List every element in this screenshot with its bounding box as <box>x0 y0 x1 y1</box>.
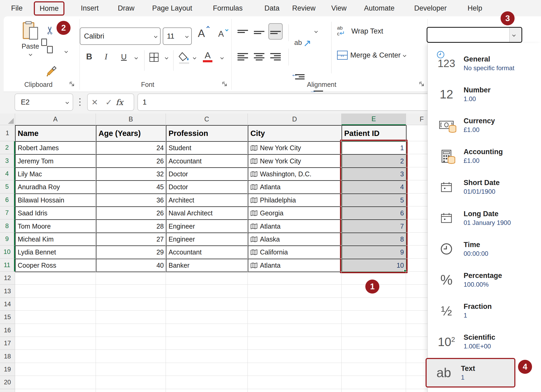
row-header-3[interactable]: 3 <box>0 154 15 167</box>
insert-function-button[interactable]: fx <box>116 98 123 107</box>
tab-help[interactable]: Help <box>466 0 484 16</box>
cell-age[interactable]: 24 <box>96 142 166 155</box>
format-option-long-date[interactable]: Long Date01 January 1900 <box>429 203 538 233</box>
align-bottom-button-selected[interactable] <box>268 23 283 40</box>
row-header-7[interactable]: 7 <box>0 206 15 219</box>
cell-name[interactable]: Lily Mac <box>16 168 96 181</box>
cell-age[interactable]: 40 <box>96 259 166 272</box>
cell-age[interactable]: 32 <box>96 168 166 181</box>
column-header-d[interactable]: D <box>248 114 342 125</box>
row-header-4[interactable]: 4 <box>0 167 15 180</box>
format-option-time[interactable]: Time00:00:00 <box>429 234 538 264</box>
row-header-17[interactable]: 17 <box>0 337 15 350</box>
tab-automate[interactable]: Automate <box>362 0 396 16</box>
cell-city[interactable]: New York City <box>248 142 342 155</box>
name-box[interactable]: E2 <box>15 93 73 111</box>
increase-font-size-button[interactable]: A <box>198 27 205 39</box>
number-format-chevron-zone[interactable] <box>509 28 521 42</box>
align-left-button[interactable] <box>236 49 250 65</box>
cell-age[interactable]: 28 <box>96 220 166 233</box>
cell-profession[interactable]: Naval Architect <box>166 207 248 220</box>
align-top-button[interactable] <box>236 24 250 41</box>
font-color-button[interactable]: A <box>202 51 213 62</box>
merge-center-button[interactable]: ↔ Merge & Center <box>337 51 406 60</box>
italic-button[interactable]: I <box>105 52 108 62</box>
tab-file[interactable]: File <box>10 0 24 16</box>
cell-profession[interactable]: Engineer <box>166 233 248 246</box>
borders-dropdown-chevron-icon[interactable] <box>165 56 168 59</box>
row-header-9[interactable]: 9 <box>0 233 15 245</box>
cell-city[interactable]: Atlanta <box>248 259 342 272</box>
format-option-scientific[interactable]: 102Scientific1.00E+00 <box>429 327 538 357</box>
cell-age[interactable]: 36 <box>96 194 166 207</box>
column-header-a[interactable]: A <box>15 114 96 125</box>
font-size-combobox[interactable]: 11 <box>163 27 192 45</box>
enter-button[interactable]: ✓ <box>102 98 116 107</box>
cell-city[interactable]: California <box>248 246 342 259</box>
row-header-14[interactable]: 14 <box>0 298 15 311</box>
cell-patient-id[interactable]: 10 <box>342 259 407 272</box>
cell-age[interactable]: 26 <box>96 207 166 220</box>
cell-patient-id[interactable]: 8 <box>342 233 407 246</box>
underline-button[interactable]: U <box>121 52 127 61</box>
column-header-b[interactable]: B <box>96 114 166 125</box>
cancel-button[interactable]: ✕ <box>88 98 102 107</box>
row-header-11[interactable]: 11 <box>0 259 15 272</box>
cell-name[interactable]: Saad Idris <box>16 207 96 220</box>
fill-color-button[interactable] <box>178 51 191 64</box>
format-option-currency[interactable]: Currency£1.00 <box>429 110 538 140</box>
alignment-dialog-launcher[interactable] <box>419 81 425 87</box>
cell-age[interactable]: 45 <box>96 181 166 194</box>
header-cell-profession[interactable]: Profession <box>166 126 248 142</box>
format-option-number[interactable]: 12Number1.00 <box>429 79 538 109</box>
align-right-button[interactable] <box>268 49 283 65</box>
cell-name[interactable]: Micheal Kim <box>16 233 96 246</box>
fill-color-dropdown-chevron-icon[interactable] <box>193 56 196 59</box>
decrease-font-size-button[interactable]: A <box>218 29 224 39</box>
cell-city[interactable]: Georgia <box>248 207 342 220</box>
tab-developer[interactable]: Developer <box>413 0 448 16</box>
cell-patient-id[interactable]: 2 <box>342 155 407 168</box>
cell-city[interactable]: Atlanta <box>248 220 342 233</box>
row-header-12[interactable]: 12 <box>0 272 15 285</box>
select-all-corner[interactable] <box>0 114 15 125</box>
row-header-18[interactable]: 18 <box>0 350 15 363</box>
tab-data[interactable]: Data <box>263 0 281 16</box>
cell-patient-id[interactable]: 3 <box>342 168 407 181</box>
cell-patient-id[interactable]: 7 <box>342 220 407 233</box>
cell-name[interactable]: Lydia Bennet <box>16 246 96 259</box>
row-header-2[interactable]: 2 <box>0 141 15 154</box>
cell-name[interactable]: Jeremy Tom <box>16 155 96 168</box>
format-option-accounting[interactable]: Accounting£1.00 <box>429 141 538 171</box>
cell-profession[interactable]: Accountant <box>166 155 248 168</box>
orientation-dropdown-chevron-icon[interactable] <box>314 30 318 33</box>
row-header-13[interactable]: 13 <box>0 285 15 297</box>
cell-name[interactable]: Bilawal Hossain <box>16 194 96 207</box>
cell-patient-id[interactable]: 9 <box>342 246 407 259</box>
font-color-dropdown-chevron-icon[interactable] <box>220 56 224 59</box>
header-cell-city[interactable]: City <box>248 126 342 142</box>
spreadsheet-grid[interactable]: NameAge (Years)ProfessionCityPatient IDR… <box>0 114 439 392</box>
cell-profession[interactable]: Doctor <box>166 168 248 181</box>
row-header-19[interactable]: 19 <box>0 363 15 376</box>
font-dialog-launcher[interactable] <box>222 81 228 87</box>
tab-home[interactable]: Home <box>34 1 64 16</box>
tab-view[interactable]: View <box>330 0 348 16</box>
tab-draw[interactable]: Draw <box>116 0 136 16</box>
header-cell-age-years-[interactable]: Age (Years) <box>96 126 166 142</box>
tab-insert[interactable]: Insert <box>79 0 100 16</box>
cell-patient-id[interactable]: 5 <box>342 194 407 207</box>
format-painter-button[interactable] <box>45 65 57 77</box>
merge-center-chevron-icon[interactable] <box>403 54 406 57</box>
cell-age[interactable]: 26 <box>96 155 166 168</box>
wrap-text-button[interactable]: abc↵ Wrap Text <box>337 25 383 37</box>
row-header-5[interactable]: 5 <box>0 180 15 193</box>
row-header-10[interactable]: 10 <box>0 245 15 258</box>
cell-name[interactable]: Cooper Ross <box>16 259 96 272</box>
format-option-percentage[interactable]: %Percentage100.00% <box>429 265 538 295</box>
format-option-general[interactable]: 123GeneralNo specific format <box>429 49 538 78</box>
cell-profession[interactable]: Architect <box>166 194 248 207</box>
cell-profession[interactable]: Doctor <box>166 181 248 194</box>
tab-page-layout[interactable]: Page Layout <box>151 0 194 16</box>
format-option-text[interactable]: abText1 <box>426 358 515 388</box>
